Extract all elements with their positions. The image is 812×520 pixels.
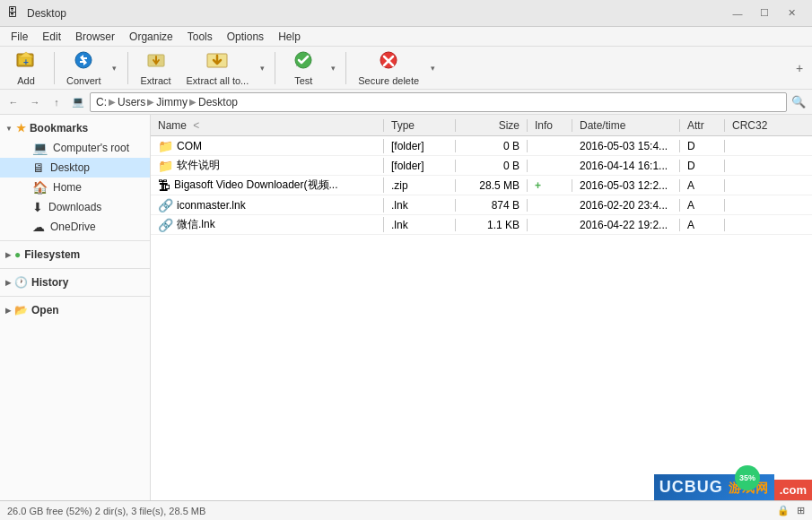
table-row[interactable]: 📁 软件说明 [folder] 0 B 2016-04-14 16:1... D [151, 156, 812, 176]
cell-attr-sj: D [680, 160, 725, 172]
sidebar-item-label-downloads: Downloads [48, 201, 101, 213]
menu-organize[interactable]: Organize [122, 29, 180, 45]
bookmarks-label: Bookmarks [30, 122, 88, 134]
test-group: Test ▾ [281, 49, 340, 87]
filename-sj: 软件说明 [177, 158, 220, 173]
sidebar-item-downloads[interactable]: ⬇ Downloads [0, 197, 150, 217]
header-info[interactable]: Info [528, 119, 572, 132]
minimize-button[interactable]: — [724, 0, 751, 27]
bookmark-icon: ★ [16, 122, 26, 134]
file-list: Name < Type Size Info Date/time Attr CRC… [151, 115, 812, 500]
sort-icon: < [193, 119, 199, 132]
sidebar-item-computer-root[interactable]: 💻 Computer's root [0, 138, 150, 158]
svg-text:+: + [23, 57, 29, 67]
toolbar-sep-4 [345, 52, 346, 84]
extract-all-dropdown[interactable]: ▾ [255, 49, 269, 87]
menu-options[interactable]: Options [220, 29, 271, 45]
desktop-icon: 🖥 [32, 160, 45, 175]
lnk-icon: 🔗 [158, 198, 173, 212]
header-name[interactable]: Name < [151, 119, 384, 132]
addressbar: ← → ↑ 💻 C: ▶ Users ▶ Jimmy ▶ Desktop 🔍 [0, 90, 812, 115]
menu-help[interactable]: Help [271, 29, 308, 45]
cell-type-bigasoft: .zip [384, 179, 456, 192]
table-row[interactable]: 🗜 Bigasoft Video Downloader(视频... .zip 2… [151, 176, 812, 195]
menu-file[interactable]: File [4, 29, 35, 45]
cell-name-wechat[interactable]: 🔗 微信.lnk [151, 217, 384, 232]
close-button[interactable]: ✕ [778, 0, 805, 27]
history-label: History [31, 276, 68, 289]
lock-icon: 🔒 [777, 505, 790, 516]
cell-datetime-iconmaster: 2016-02-20 23:4... [572, 199, 680, 212]
header-type[interactable]: Type [384, 119, 456, 132]
bookmarks-chevron: ▼ [5, 125, 13, 133]
test-dropdown[interactable]: ▾ [326, 49, 340, 87]
cell-name-bigasoft[interactable]: 🗜 Bigasoft Video Downloader(视频... [151, 178, 384, 193]
cell-attr-iconmaster: A [680, 199, 725, 212]
back-button[interactable]: ← [4, 92, 23, 112]
header-size[interactable]: Size [456, 119, 528, 132]
filesystem-chevron: ▶ [5, 251, 11, 259]
table-row[interactable]: 📁 COM [folder] 0 B 2016-05-03 15:4... D [151, 136, 812, 156]
path-desktop[interactable]: Desktop [198, 96, 238, 108]
convert-dropdown[interactable]: ▾ [108, 49, 122, 87]
toolbar: + Add Convert ▾ Extract [0, 47, 812, 90]
cell-size-wechat: 1.1 KB [456, 219, 528, 231]
cell-type-wechat: .lnk [384, 219, 456, 231]
toolbar-sep-2 [127, 52, 128, 84]
extract-all-button[interactable]: Extract all to... [180, 49, 256, 87]
table-row[interactable]: 🔗 微信.lnk .lnk 1.1 KB 2016-04-22 19:2... … [151, 215, 812, 235]
path-sep-1: ▶ [109, 97, 116, 107]
add-button[interactable]: + Add [4, 49, 48, 87]
sidebar-item-onedrive[interactable]: ☁ OneDrive [0, 217, 150, 237]
cell-name-sj[interactable]: 📁 软件说明 [151, 158, 384, 173]
extract-button[interactable]: Extract [134, 49, 179, 87]
menu-tools[interactable]: Tools [180, 29, 220, 45]
sidebar-div-1 [0, 240, 150, 241]
sidebar-item-desktop[interactable]: 🖥 Desktop [0, 158, 150, 178]
add-tab-button[interactable]: + [790, 59, 808, 77]
secure-delete-button[interactable]: Secure delete [352, 49, 425, 87]
test-label: Test [294, 75, 312, 86]
folder-icon: 📁 [158, 159, 173, 173]
plus-icon: + [535, 179, 541, 192]
table-row[interactable]: 🔗 iconmaster.lnk .lnk 874 B 2016-02-20 2… [151, 195, 812, 215]
sidebar-item-home[interactable]: 🏠 Home [0, 178, 150, 197]
history-header[interactable]: ▶ 🕐 History [0, 273, 150, 292]
cell-type-sj: [folder] [384, 160, 456, 172]
cell-name-com[interactable]: 📁 COM [151, 139, 384, 153]
cell-name-iconmaster[interactable]: 🔗 iconmaster.lnk [151, 198, 384, 212]
path-jimmy[interactable]: Jimmy [156, 96, 188, 108]
extract-all-group: Extract all to... ▾ [180, 49, 270, 87]
open-header[interactable]: ▶ 📂 Open [0, 300, 150, 320]
bookmarks-header[interactable]: ▼ ★ Bookmarks [0, 118, 150, 138]
menu-browser[interactable]: Browser [68, 29, 122, 45]
convert-button[interactable]: Convert [60, 49, 108, 87]
path-c[interactable]: C: [96, 96, 107, 108]
search-button[interactable]: 🔍 [789, 92, 808, 112]
forward-button[interactable]: → [25, 92, 45, 112]
path-users[interactable]: Users [118, 96, 145, 108]
address-path[interactable]: C: ▶ Users ▶ Jimmy ▶ Desktop [90, 92, 787, 112]
convert-icon [73, 50, 94, 74]
status-right: 🔒 ⊞ [777, 505, 805, 516]
filesystem-header[interactable]: ▶ ● Filesystem [0, 245, 150, 264]
cell-datetime-bigasoft: 2016-05-03 12:2... [572, 179, 680, 192]
sidebar-div-3 [0, 296, 150, 297]
cell-datetime-wechat: 2016-04-22 19:2... [572, 219, 680, 231]
secure-delete-dropdown[interactable]: ▾ [425, 49, 440, 87]
up-button[interactable]: ↑ [47, 92, 66, 112]
header-attr[interactable]: Attr [680, 119, 725, 132]
computer-icon[interactable]: 💻 [68, 92, 88, 112]
filesystem-label: Filesystem [24, 248, 80, 261]
test-button[interactable]: Test [281, 49, 326, 87]
file-list-header: Name < Type Size Info Date/time Attr CRC… [151, 115, 812, 136]
sidebar-item-label-computer-root: Computer's root [53, 142, 129, 154]
filename-com: COM [177, 140, 202, 152]
header-crc[interactable]: CRC32 [725, 119, 812, 132]
menu-edit[interactable]: Edit [35, 29, 68, 45]
header-datetime[interactable]: Date/time [572, 119, 680, 132]
cell-datetime-sj: 2016-04-14 16:1... [572, 160, 680, 172]
filename-wechat: 微信.lnk [177, 217, 215, 232]
open-section: ▶ 📂 Open [0, 300, 150, 320]
maximize-button[interactable]: ☐ [751, 0, 778, 27]
